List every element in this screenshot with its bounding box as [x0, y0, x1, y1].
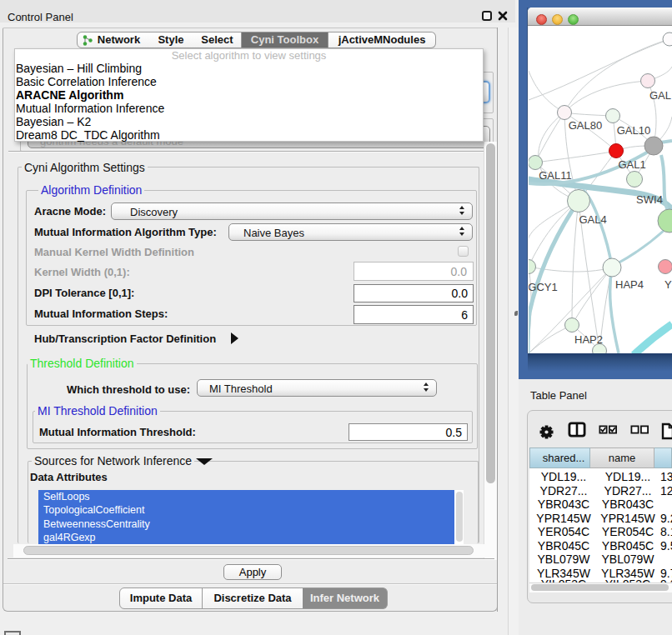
svg-text:GAL4: GAL4: [579, 213, 606, 226]
svg-text:GAL10: GAL10: [617, 124, 650, 137]
svg-text:GAL: GAL: [649, 89, 671, 102]
svg-text:GCY1: GCY1: [529, 281, 558, 293]
svg-text:HAP2: HAP2: [574, 333, 603, 346]
svg-text:GAL11: GAL11: [539, 169, 572, 182]
svg-text:Y: Y: [664, 278, 672, 291]
svg-text:GAL80: GAL80: [569, 119, 602, 132]
svg-text:HAP4: HAP4: [615, 278, 644, 291]
svg-text:GAL1: GAL1: [618, 158, 645, 171]
svg-text:SWI4: SWI4: [636, 193, 663, 206]
